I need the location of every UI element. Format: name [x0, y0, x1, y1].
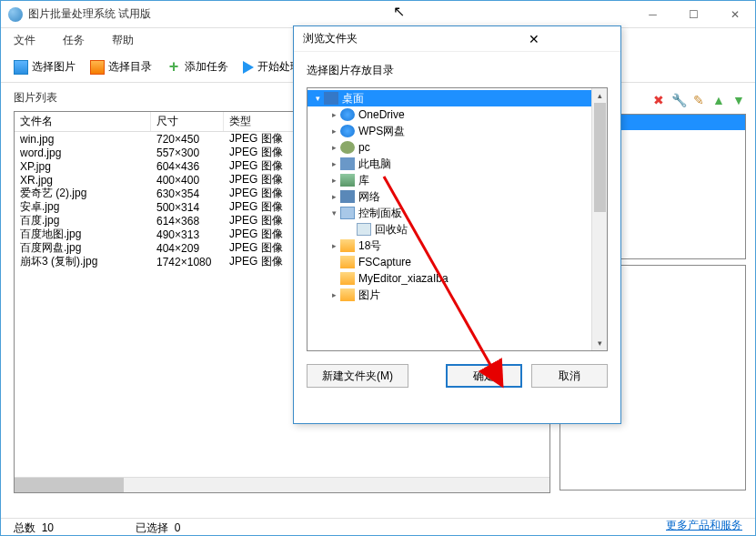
- up-icon[interactable]: ▲: [711, 93, 726, 107]
- menu-task[interactable]: 任务: [57, 31, 90, 50]
- delete-icon[interactable]: ✖: [651, 93, 666, 107]
- close-button[interactable]: ✕: [714, 1, 755, 28]
- folder-icon: [90, 60, 105, 75]
- tree-item[interactable]: ▸库: [307, 172, 607, 188]
- plus-icon: +: [166, 60, 181, 75]
- wand-icon[interactable]: ✎: [691, 93, 706, 107]
- col-size[interactable]: 尺寸: [151, 112, 224, 131]
- col-name[interactable]: 文件名: [15, 112, 151, 131]
- play-icon: [243, 61, 254, 74]
- ti-net: [340, 190, 355, 203]
- tree-item[interactable]: ▸pc: [307, 139, 607, 156]
- wrench-icon[interactable]: 🔧: [671, 93, 686, 107]
- app-icon: [8, 7, 23, 22]
- tree-item[interactable]: ▸OneDrive: [307, 106, 607, 123]
- status-selected: 已选择 0: [136, 521, 180, 536]
- add-task-button[interactable]: + 添加任务: [161, 56, 234, 77]
- new-folder-button[interactable]: 新建文件夹(M): [307, 364, 408, 388]
- tree-item[interactable]: ▸网络: [307, 188, 607, 205]
- tree-scrollbar[interactable]: ▴ ▾: [591, 88, 607, 350]
- statusbar: 总数 10 已选择 0: [1, 518, 755, 536]
- ti-wps: [340, 125, 355, 137]
- status-total: 总数 10: [14, 521, 54, 536]
- ti-folder: [340, 288, 355, 301]
- ti-folder: [340, 256, 355, 268]
- ti-desktop: [324, 92, 338, 105]
- ti-folder: [340, 272, 355, 285]
- dialog-title: 浏览文件夹: [303, 31, 458, 46]
- tree-item[interactable]: 回收站: [307, 221, 607, 238]
- image-icon: [14, 60, 28, 75]
- menu-file[interactable]: 文件: [8, 31, 41, 50]
- dialog-close-button[interactable]: ✕: [458, 32, 612, 46]
- minimize-button[interactable]: ─: [632, 1, 673, 28]
- folder-tree[interactable]: ▾桌面▸OneDrive▸WPS网盘▸pc▸此电脑▸库▸网络▾控制面板回收站▸1…: [307, 87, 608, 351]
- select-folder-button[interactable]: 选择目录: [85, 56, 157, 77]
- tree-item[interactable]: ▸18号: [307, 238, 607, 254]
- browse-folder-dialog: 浏览文件夹 ✕ 选择图片存放目录 ▾桌面▸OneDrive▸WPS网盘▸pc▸此…: [293, 25, 621, 424]
- tree-item[interactable]: ▸WPS网盘: [307, 123, 607, 139]
- ti-recycle: [357, 223, 371, 236]
- dialog-titlebar: 浏览文件夹 ✕: [294, 26, 620, 52]
- dialog-prompt: 选择图片存放目录: [307, 63, 608, 78]
- tree-item[interactable]: ▸此电脑: [307, 156, 607, 172]
- hscrollbar[interactable]: [15, 477, 549, 492]
- more-products-link[interactable]: 更多产品和服务: [666, 518, 742, 533]
- tree-item[interactable]: ▸图片: [307, 287, 607, 303]
- select-image-button[interactable]: 选择图片: [8, 56, 81, 77]
- ti-user: [340, 141, 355, 154]
- window-title: 图片批量处理系统 试用版: [28, 6, 632, 22]
- ok-button[interactable]: 确定: [446, 364, 522, 388]
- tree-item[interactable]: ▾桌面: [307, 90, 607, 106]
- tree-item[interactable]: ▾控制面板: [307, 205, 607, 221]
- titlebar: 图片批量处理系统 试用版 ─ ☐ ✕: [1, 1, 755, 28]
- tree-item[interactable]: FSCapture: [307, 254, 607, 270]
- cancel-button[interactable]: 取消: [531, 364, 608, 388]
- tree-item[interactable]: MyEditor_xiazaIba: [307, 270, 607, 287]
- ti-lib: [340, 174, 355, 187]
- ti-folder: [340, 239, 355, 252]
- maximize-button[interactable]: ☐: [673, 1, 714, 28]
- menu-help[interactable]: 帮助: [106, 31, 139, 50]
- ti-panel: [340, 207, 355, 219]
- ti-cloud: [340, 108, 355, 121]
- ti-pc: [340, 157, 355, 170]
- down-icon[interactable]: ▼: [731, 93, 746, 107]
